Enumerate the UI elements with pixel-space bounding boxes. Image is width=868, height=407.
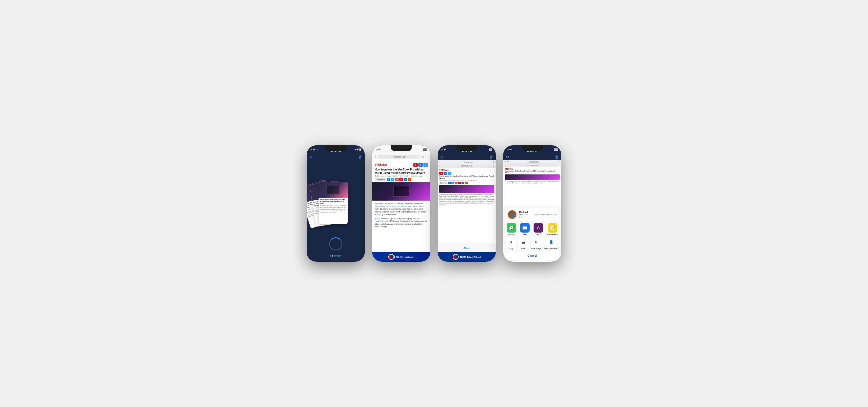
trash-icon[interactable]: 🗑 <box>359 155 362 159</box>
slack-label: Slack <box>536 233 541 235</box>
rd2-p3[interactable]: r <box>465 182 468 184</box>
card-image-front <box>318 182 348 198</box>
share-app-mail[interactable]: ✉️ Mail <box>520 223 530 235</box>
gplus-share[interactable]: g+ <box>395 178 399 181</box>
time-label: 2:45 <box>310 148 315 151</box>
stacked-cards: How to power the MacBook Pro with an eGP… <box>318 182 353 235</box>
close-icon-p2[interactable]: ✕ <box>374 155 376 158</box>
message-label: Message <box>507 233 515 235</box>
article-body-p2: As we reported earlier this morning, Nvi… <box>372 201 430 230</box>
url-display-p3: 9to5mac.com <box>441 165 492 167</box>
yt-p3[interactable]: ▶ <box>439 172 443 175</box>
battery-icon: ▓ <box>359 148 361 151</box>
li-share[interactable]: in <box>404 178 407 181</box>
gear-icon-p3[interactable]: ⚙ <box>440 155 444 159</box>
action-print[interactable]: 🖨 Print <box>519 237 528 250</box>
loading-spinner <box>329 237 342 251</box>
rd-share[interactable]: r <box>408 178 411 181</box>
phone-3-header: ⚙ 🗑 <box>438 154 496 160</box>
refresh-icon-p3[interactable]: ↻ <box>493 161 495 163</box>
walmart-label-p3: Only at Walmart <box>467 256 481 258</box>
hackintosh-link[interactable]: Hackintosh <box>375 220 384 222</box>
mini-back-p4[interactable]: ⟵ <box>507 161 509 163</box>
action-copy[interactable]: ⧉ Copy <box>506 237 516 250</box>
mini-social-bar-p3: Comments f t g P in r <box>439 182 494 184</box>
save-image-label: Save Image <box>531 248 541 250</box>
mini-close-p4[interactable]: ✕ <box>504 161 506 163</box>
airdrop-section: 👤 Michael MacBook Pro Tap to share with … <box>505 208 559 221</box>
pascal-link[interactable]: long-awaited Pascal beta drivers for the… <box>375 205 411 207</box>
pepsi-logo-p3 <box>453 254 459 260</box>
print-icon: 🖨 <box>519 237 528 247</box>
pepsi-label-p3: pepsi <box>460 256 466 258</box>
wifi-icon: wifi <box>354 148 359 151</box>
article-image-p2 <box>372 182 430 201</box>
slack-icon: S <box>534 223 543 233</box>
trash-icon-p3[interactable]: 🗑 <box>490 155 493 159</box>
refresh-p4[interactable]: ↻ <box>558 161 560 163</box>
mini-content-p4: 9TO5Mac How to power the MacBook Pro wit… <box>503 167 561 184</box>
time-p4: 2:46 <box>507 148 512 151</box>
assign-contact-label: Assign to Contact <box>544 248 558 250</box>
walmart-text: Only at Walmart <box>400 256 414 258</box>
url2-p4: 9to5mac.com <box>507 164 558 167</box>
tw-p3[interactable]: t <box>448 172 452 175</box>
close2-p4[interactable]: ✕ <box>504 165 506 167</box>
save-image-icon: ⬇ <box>531 237 541 247</box>
phone-2-screen: 2:45 9to5mac.com ▓▓ ✕ 9to5mac.com ⛓ ⋮ <box>372 145 430 262</box>
mini-byline-p3: Jeff Benjamin · Apr. 11th 2017 2:02 pm P… <box>439 180 494 181</box>
battery-p4: ▓▓ <box>554 148 558 151</box>
article-byline-p2: Jeff Benjamin · Apr. 11th 2017 2:02 pm P… <box>375 175 428 177</box>
body-text-p2: As we reported earlier this morning, Nvi… <box>375 202 426 215</box>
share-button-p3[interactable]: Share <box>463 247 470 250</box>
card-sub-front: Jeff Benjamin · Apr 11th 2017 2:32 pm PT… <box>320 205 347 206</box>
mini-back-p3[interactable]: ⟵ <box>441 161 444 163</box>
twitter-btn[interactable]: t <box>424 163 428 167</box>
mini-browser-p4: ✕ ⟵ google.com ↻ ✕ 9to5mac.com ⋮ 9TO5Mac… <box>503 160 561 206</box>
comments-btn[interactable]: Comments <box>375 178 386 181</box>
gp2-p3[interactable]: g <box>455 182 458 184</box>
gear-icon-p4[interactable]: ⚙ <box>506 155 509 159</box>
share-app-message[interactable]: 💬 Message <box>507 223 516 235</box>
more-icon-p2[interactable]: ⋮ <box>426 155 428 158</box>
mini-content-p3: 9TO5Mac ▶ f t How to power the MacBook P… <box>438 168 496 207</box>
more-p3[interactable]: ⋮ <box>493 165 495 167</box>
action-save-image[interactable]: ⬇ Save Image <box>531 237 541 250</box>
pin2-p3[interactable]: P <box>458 182 461 184</box>
tw2-p3[interactable]: t <box>451 182 454 184</box>
fb-p3[interactable]: f <box>443 172 447 175</box>
pin-share[interactable]: P <box>399 178 403 181</box>
cancel-button[interactable]: Cancel <box>505 252 559 260</box>
fb-share[interactable]: f <box>387 178 390 181</box>
mini-url-p4: google.com <box>510 161 558 163</box>
mail-icon: ✉️ <box>520 223 530 233</box>
more2-p4[interactable]: ⋮ <box>558 165 560 167</box>
fb2-p3[interactable]: f <box>448 182 451 184</box>
youtube-btn[interactable]: ▶ <box>413 163 417 167</box>
tw-share[interactable]: t <box>391 178 394 181</box>
card-body-front: As we reported earlier this morning, Nvi… <box>320 207 347 213</box>
share-app-notes[interactable]: 📝 Add to Notes <box>547 223 558 235</box>
mini-close-p3[interactable]: ✕ <box>439 161 441 163</box>
li2-p3[interactable]: in <box>462 182 464 184</box>
gpu-illustration <box>393 186 409 197</box>
day-p4: Today <box>527 147 537 149</box>
phone-4-screen: 2:46 Today 2:45 PM ▓▓ ⚙ 🗑 ✕ ⟵ <box>503 145 561 262</box>
share-app-slack[interactable]: S Slack <box>534 223 543 235</box>
url-bar-p2[interactable]: 9to5mac.com <box>378 155 421 158</box>
assign-contact-icon: 👤 <box>547 237 556 247</box>
mini-bar2-p4: ✕ 9to5mac.com ⋮ <box>503 164 561 167</box>
action-assign-contact[interactable]: 👤 Assign to Contact <box>544 237 558 250</box>
phone-2-status-bar: 2:45 9to5mac.com ▓▓ <box>372 145 430 154</box>
copy-icon: ⧉ <box>506 237 516 247</box>
gear-icon[interactable]: ⚙ <box>309 155 313 159</box>
mini-text-p4: As we reported earlier this morning, Nvi… <box>505 180 560 184</box>
facebook-btn[interactable]: f <box>418 163 423 167</box>
close-p3[interactable]: ✕ <box>439 165 441 167</box>
pepsi-text: pepsi <box>394 256 400 258</box>
link-icon-p2[interactable]: ⛓ <box>422 155 425 158</box>
airdrop-info: Michael MacBook Pro <box>519 211 531 218</box>
comments-p3[interactable]: Comments <box>439 182 447 184</box>
trash-icon-p4[interactable]: 🗑 <box>555 155 559 159</box>
article-title-p2: How to power the MacBook Pro with an eGP… <box>375 168 428 175</box>
